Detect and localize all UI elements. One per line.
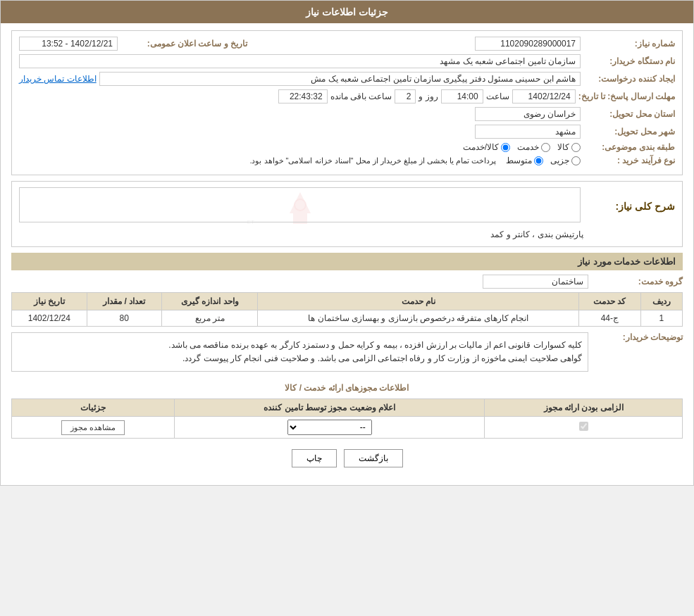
deadline-day-label: روز و [419, 92, 438, 101]
requester-value: هاشم ابن حسینی مسئول دفتر پیگیری سازمان … [99, 72, 581, 86]
province-label: استان محل تحویل: [583, 109, 675, 119]
content-area: شماره نیاز: 1102090289000017 تاریخ و ساع… [1, 23, 693, 485]
process-option2[interactable]: متوسط [506, 156, 543, 165]
process-radio-group: جزیی متوسط [506, 156, 581, 165]
page-header: جزئیات اطلاعات نیاز [1, 1, 693, 23]
city-value: مشهد [475, 125, 581, 139]
process-radio-jozi[interactable] [571, 156, 581, 165]
process-option1[interactable]: جزیی [550, 156, 581, 165]
permit-required-checkbox[interactable] [579, 422, 588, 431]
category-label: طبقه بندی موضوعی: [583, 142, 675, 152]
row-deadline: مهلت ارسال پاسخ: تا تاریخ: 1402/12/24 سا… [19, 89, 675, 103]
buyer-notes-line1: کلیه کسوارات قانونی اعم از مالیات بر ارز… [18, 339, 582, 352]
table-row: 1 ج-44 انجام کارهای متفرقه درخصوص بازساز… [12, 310, 683, 327]
row-requester: ایجاد کننده درخواست: هاشم ابن حسینی مسئو… [19, 72, 675, 86]
requester-label: ایجاد کننده درخواست: [583, 74, 675, 84]
col-status: اعلام وضعیت مجوز توسط تامین کننده [175, 399, 485, 417]
need-description-section: شرح کلی نیاز: AnahTender.NET پارتیشن بند [11, 181, 683, 247]
process-radio-mottavasset[interactable] [534, 156, 543, 165]
row-province: استان محل تحویل: خراسان رضوی [19, 107, 675, 121]
category-option1[interactable]: کالا [557, 142, 581, 152]
col-quantity: تعداد / مقدار [87, 293, 161, 310]
row-process: نوع فرآیند خرید : جزیی متوسط پرداخت تمام… [19, 156, 675, 165]
service-group-value: ساختمان [483, 275, 588, 289]
col-name: نام حدمت [258, 293, 579, 310]
row-city: شهر محل تحویل: مشهد [19, 125, 675, 139]
col-required: الزامی بودن ارائه مجوز [485, 399, 683, 417]
process-note: پرداخت تمام یا بخشی از مبلغ خریدار از مح… [249, 156, 496, 165]
category-option2[interactable]: خدمت [517, 142, 550, 152]
permits-subtitle: اطلاعات مجوزهای ارائه خدمت / کالا [11, 383, 683, 393]
cell-unit: متر مربع [162, 310, 258, 327]
footer-buttons: بازگشت چاپ [11, 449, 683, 467]
permit-row: -- مشاهده مجوز [12, 417, 683, 439]
row-need-number: شماره نیاز: 1102090289000017 تاریخ و ساع… [19, 37, 675, 51]
cell-quantity: 80 [87, 310, 161, 327]
col-code: کد حدمت [579, 293, 641, 310]
services-table: ردیف کد حدمت نام حدمت واحد اندازه گیری ت… [11, 292, 683, 327]
permit-details-cell: مشاهده مجوز [12, 417, 175, 439]
need-number-value: 1102090289000017 [475, 37, 581, 51]
announce-value: 1402/12/21 - 13:52 [19, 37, 118, 51]
cell-code: ج-44 [579, 310, 641, 327]
services-title: اطلاعات خدمات مورد نیاز [11, 253, 683, 270]
category-radio-group: کالا خدمت کالا/خدمت [463, 142, 581, 152]
deadline-date: 1402/12/24 [512, 89, 576, 103]
buyer-notes-line2: گواهی صلاحیت ایمنی ماخوزه از وزارت کار و… [18, 352, 582, 365]
city-label: شهر محل تحویل: [583, 127, 675, 137]
permit-status-cell: -- [175, 417, 485, 439]
deadline-remaining-label: ساعت باقی مانده [330, 92, 392, 101]
buyer-notes-box: کلیه کسوارات قانونی اعم از مالیات بر ارز… [11, 332, 588, 372]
permit-status-dropdown[interactable]: -- [287, 420, 372, 435]
category-radio-both[interactable] [501, 143, 510, 152]
col-row: ردیف [640, 293, 682, 310]
buyer-org-value: سازمان تامین اجتماعی شعبه یک مشهد [19, 54, 581, 68]
need-description-textarea[interactable] [19, 187, 581, 222]
back-button[interactable]: بازگشت [344, 449, 403, 467]
col-date: تاریخ نیاز [12, 293, 87, 310]
deadline-label: مهلت ارسال پاسخ: تا تاریخ: [578, 92, 675, 101]
view-permit-button[interactable]: مشاهده مجوز [61, 420, 125, 435]
category-radio-khedmat[interactable] [541, 143, 550, 152]
permits-table: الزامی بودن ارائه مجوز اعلام وضعیت مجوز … [11, 398, 683, 439]
deadline-days: 2 [395, 89, 416, 103]
deadline-time: 14:00 [441, 89, 483, 103]
row-service-group: گروه خدمت: ساختمان [11, 275, 683, 289]
need-number-label: شماره نیاز: [583, 39, 675, 49]
col-details: جزئیات [12, 399, 175, 417]
announce-label: تاریخ و ساعت اعلان عمومی: [120, 39, 247, 49]
row-buyer-notes: توضیحات خریدار: کلیه کسوارات قانونی اعم … [11, 332, 683, 377]
category-option3[interactable]: کالا/خدمت [463, 142, 510, 152]
deadline-time-label: ساعت [486, 92, 509, 101]
col-unit: واحد اندازه گیری [162, 293, 258, 310]
buyer-org-label: نام دستگاه خریدار: [583, 56, 675, 66]
cell-row: 1 [640, 310, 682, 327]
need-description-text: پارتیشن بندی ، کانتر و کمد [19, 228, 675, 241]
row-category: طبقه بندی موضوعی: کالا خدمت کالا/خدمت [19, 142, 675, 152]
deadline-remaining: 22:43:32 [278, 89, 328, 103]
process-label: نوع فرآیند خرید : [583, 156, 675, 165]
page-title: جزئیات اطلاعات نیاز [306, 6, 388, 18]
service-group-label: گروه خدمت: [591, 277, 683, 287]
page-wrapper: جزئیات اطلاعات نیاز شماره نیاز: 11020902… [0, 0, 694, 486]
cell-name: انجام کارهای متفرقه درخصوص بازسازی و بهس… [258, 310, 579, 327]
row-need-description: شرح کلی نیاز: AnahTender.NET [19, 187, 675, 225]
cell-date: 1402/12/24 [12, 310, 87, 327]
province-value: خراسان رضوی [475, 107, 581, 121]
need-description-label: شرح کلی نیاز: [583, 201, 675, 212]
main-info-section: شماره نیاز: 1102090289000017 تاریخ و ساع… [11, 30, 683, 175]
category-radio-kala[interactable] [571, 143, 581, 152]
services-section: اطلاعات خدمات مورد نیاز گروه خدمت: ساختم… [11, 253, 683, 327]
row-buyer-org: نام دستگاه خریدار: سازمان تامین اجتماعی … [19, 54, 675, 68]
permit-required-cell [485, 417, 683, 439]
buyer-notes-label: توضیحات خریدار: [591, 332, 683, 342]
requester-link[interactable]: اطلاعات تماس خریدار [19, 74, 97, 84]
print-button[interactable]: چاپ [292, 449, 337, 467]
need-description-container: AnahTender.NET [19, 187, 581, 225]
